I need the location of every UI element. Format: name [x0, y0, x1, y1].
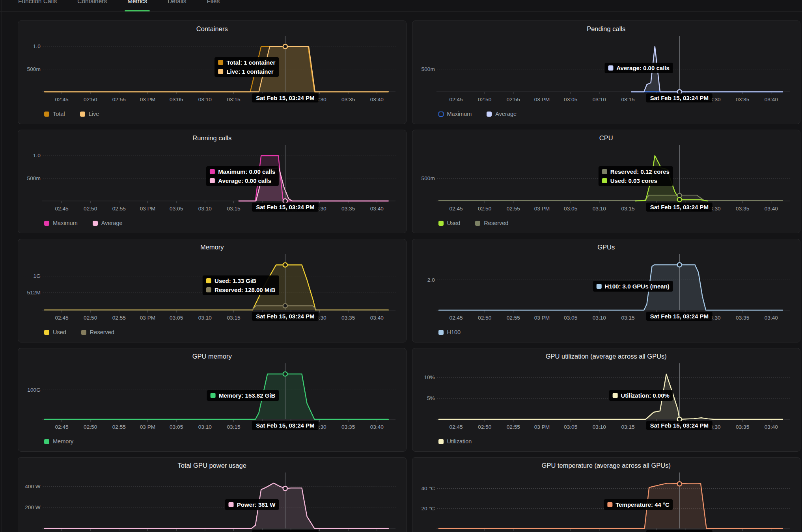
tab-details[interactable]: Details — [168, 0, 186, 12]
legend-item-average[interactable]: Average — [93, 220, 123, 226]
x-axis-label: 03:40 — [370, 424, 384, 430]
x-axis-label: 02:45 — [449, 206, 463, 212]
x-axis-label: 02:45 — [449, 424, 463, 430]
gpu-power-plot[interactable]: 400 W200 W02:4502:5002:5503 PM03:0503:10… — [18, 471, 406, 532]
legend-item-used[interactable]: Used — [44, 329, 66, 335]
tooltip-swatch-icon — [218, 60, 223, 65]
x-axis-label: 03:10 — [198, 424, 212, 430]
x-axis: 02:4502:5002:5503 PM03:0503:1003:1503:20… — [436, 310, 789, 321]
tooltip-text: Total: 1 container — [226, 59, 275, 66]
x-axis-label: 03:40 — [370, 206, 384, 212]
chart-card-cpu: CPU500m02:4502:5002:5503 PM03:0503:1003:… — [412, 130, 801, 233]
x-axis-label: 03:05 — [170, 315, 183, 321]
x-axis: 02:4502:5002:5503 PM03:0503:1003:1503:20… — [42, 92, 395, 102]
y-axis-label: 1.0 — [33, 153, 41, 159]
chart-tooltip: H100: 3.0 GPUs (mean) — [593, 281, 673, 292]
tab-files[interactable]: Files — [207, 0, 220, 12]
legend-item-memory[interactable]: Memory — [44, 438, 73, 445]
legend-item-h100[interactable]: H100 — [438, 329, 461, 335]
charts-grid: Containers1.0500m02:4502:5002:5503 PM03:… — [18, 20, 800, 532]
x-axis-label: 03:15 — [621, 206, 634, 212]
x-axis-label: 03 PM — [534, 315, 550, 321]
y-axis-label: 1.0 — [33, 44, 41, 50]
metrics-dashboard: Function Calls Containers Metrics Detail… — [0, 0, 802, 532]
tooltip-row: H100: 3.0 GPUs (mean) — [597, 283, 670, 290]
chart-title: Total GPU power usage — [18, 458, 406, 471]
tooltip-row: Maximum: 0.00 calls — [210, 168, 275, 175]
x-axis-label: 03:40 — [370, 315, 384, 321]
y-axis-label: 400 W — [25, 484, 41, 489]
crosshair-date-label: Sat Feb 15, 03:24 PM — [252, 421, 318, 430]
x-axis-label: 02:55 — [506, 97, 520, 102]
tab-label: Metrics — [127, 0, 147, 4]
x-axis-label: 03:05 — [564, 315, 577, 321]
legend-label: Used — [53, 329, 66, 335]
chart-card-gpu-temperature: GPU temperature (average across all GPUs… — [412, 457, 801, 532]
containers-plot[interactable]: 1.0500m02:4502:5002:5503 PM03:0503:1003:… — [18, 34, 406, 109]
legend-item-used[interactable]: Used — [438, 220, 461, 226]
legend-swatch-icon — [80, 112, 85, 117]
legend-item-reserved[interactable]: Reserved — [81, 329, 114, 335]
tooltip-text: Memory: 153.82 GiB — [219, 392, 275, 399]
chart-tooltip: Reserved: 0.12 coresUsed: 0.03 cores — [599, 166, 673, 186]
tooltip-swatch-icon — [206, 278, 211, 283]
x-axis-label: 03 PM — [140, 206, 156, 212]
x-axis-label: 03:35 — [341, 315, 355, 321]
x-axis-label: 03:10 — [198, 315, 212, 321]
tooltip-swatch-icon — [608, 65, 613, 71]
tooltip-row: Reserved: 128.00 MiB — [206, 286, 275, 293]
tooltip-text: Power: 381 W — [237, 501, 276, 508]
tab-label: Containers — [77, 0, 107, 4]
x-axis-label: 03:35 — [736, 97, 749, 102]
chart-card-memory: Memory1G512M02:4502:5002:5503 PM03:0503:… — [18, 239, 407, 342]
x-axis-label: 02:45 — [55, 97, 68, 102]
hover-marker — [677, 197, 681, 202]
crosshair-date-label: Sat Feb 15, 03:24 PM — [646, 421, 712, 430]
legend-item-maximum[interactable]: Maximum — [44, 220, 78, 226]
x-axis-label: 02:50 — [84, 315, 97, 321]
x-axis-label: 02:55 — [112, 424, 126, 430]
x-axis-label: 03:05 — [564, 97, 577, 102]
legend-swatch-icon — [44, 439, 49, 444]
x-axis: 02:4502:5002:5503 PM03:0503:1003:1503:20… — [42, 419, 395, 430]
x-axis: 02:4502:5002:5503 PM03:0503:1003:1503:20… — [42, 201, 395, 212]
tab-containers[interactable]: Containers — [77, 0, 107, 12]
legend-item-utilization[interactable]: Utilization — [438, 438, 472, 445]
crosshair-date-label: Sat Feb 15, 03:24 PM — [252, 203, 318, 212]
y-axis-label: 500m — [421, 175, 435, 181]
legend-item-maximum[interactable]: Maximum — [438, 111, 472, 117]
x-axis-label: 03 PM — [140, 424, 156, 430]
x-axis-label: 02:55 — [112, 206, 126, 212]
legend-item-reserved[interactable]: Reserved — [475, 220, 508, 226]
chart-tooltip: Memory: 153.82 GiB — [207, 390, 279, 401]
x-axis-label: 02:45 — [449, 315, 463, 321]
chart-legend: UsedReserved — [438, 220, 509, 226]
legend-item-total[interactable]: Total — [44, 111, 65, 117]
legend-item-average[interactable]: Average — [487, 111, 517, 117]
y-gridlines: 400 W200 W — [25, 484, 395, 510]
crosshair-date-label: Sat Feb 15, 03:24 PM — [646, 530, 712, 532]
tab-function-calls[interactable]: Function Calls — [18, 0, 57, 12]
y-axis-label: 200 W — [25, 504, 41, 510]
x-axis-label: 03:40 — [764, 206, 778, 212]
left-edge-divider — [2, 0, 2, 532]
crosshair-date-label: Sat Feb 15, 03:24 PM — [646, 203, 712, 212]
legend-label: Reserved — [484, 220, 508, 226]
hover-marker — [283, 372, 287, 376]
chart-card-containers: Containers1.0500m02:4502:5002:5503 PM03:… — [18, 20, 407, 124]
legend-swatch-icon — [475, 221, 480, 226]
x-axis-label: 03:40 — [370, 97, 384, 102]
tab-metrics[interactable]: Metrics — [127, 0, 147, 12]
x-axis-label: 03:35 — [736, 315, 749, 321]
chart-title: Pending calls — [412, 21, 800, 34]
legend-item-live[interactable]: Live — [80, 111, 99, 117]
x-axis-label: 02:55 — [112, 315, 126, 321]
x-axis-label: 03:10 — [198, 97, 212, 102]
crosshair-date-label: Sat Feb 15, 03:24 PM — [646, 93, 712, 102]
x-axis: 02:4502:5002:5503 PM03:0503:1003:1503:20… — [42, 310, 395, 321]
hover-marker — [677, 263, 681, 267]
chart-legend: TotalLive — [44, 111, 99, 117]
tooltip-text: Temperature: 44 °C — [615, 501, 670, 508]
gpu-utilization-plot[interactable]: 10%5%02:4502:5002:5503 PM03:0503:1003:15… — [412, 362, 800, 437]
chart-legend: Utilization — [438, 438, 472, 445]
